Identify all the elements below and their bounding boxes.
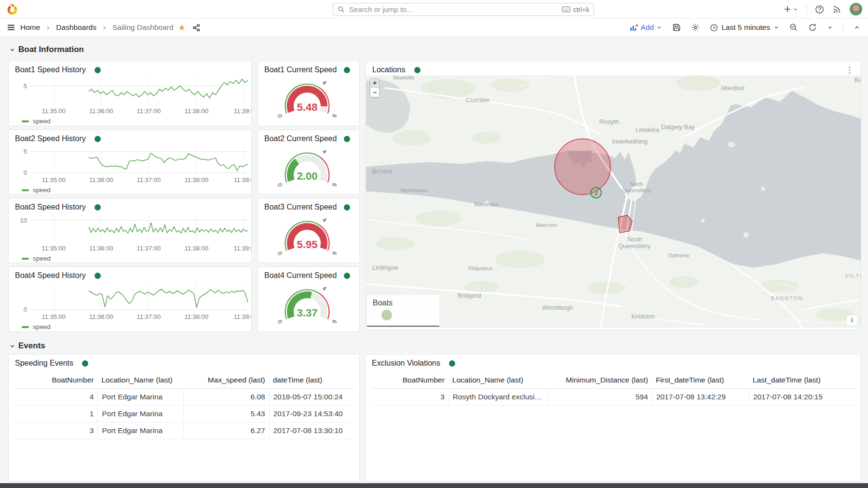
panel-title[interactable]: Boat1 Current Speed xyxy=(264,66,337,74)
clock-icon xyxy=(710,24,718,32)
svg-text:3.37: 3.37 xyxy=(297,307,318,319)
column-header[interactable]: Location_Name (last) xyxy=(448,372,548,389)
section-boat-information[interactable]: Boat Information xyxy=(10,45,84,54)
svg-text:4: 4 xyxy=(321,148,328,155)
time-series-chart[interactable]: 11:35:0011:36:0011:37:0011:38:0011:39:00 xyxy=(9,281,251,321)
zoom-out-time-icon[interactable] xyxy=(789,23,798,32)
section-events[interactable]: Events xyxy=(10,341,45,351)
save-dashboard-icon[interactable] xyxy=(672,23,681,32)
panel-title[interactable]: Exclusion Violations xyxy=(372,359,440,368)
time-series-chart[interactable]: 11:35:0011:36:0011:37:0011:38:0011:39:01… xyxy=(9,212,251,253)
map-attribution-button[interactable]: i xyxy=(847,315,857,326)
breadcrumb-dashboards[interactable]: Dashboards xyxy=(56,23,96,32)
map-zoom-in-button[interactable]: + xyxy=(370,79,379,88)
map-scale-bar xyxy=(367,326,439,327)
time-series-chart[interactable]: 11:35:0011:36:0011:37:0011:38:0011:39:05… xyxy=(9,144,251,185)
panel-title[interactable]: Boat4 Speed History xyxy=(15,271,86,280)
series-legend[interactable]: speed xyxy=(22,186,251,194)
svg-text:11:37:00: 11:37:00 xyxy=(137,313,161,320)
svg-text:11:39:0: 11:39:0 xyxy=(234,107,251,115)
refresh-interval-chevron[interactable] xyxy=(827,25,833,30)
breadcrumb-home[interactable]: Home xyxy=(20,23,40,32)
panel-title[interactable]: Locations xyxy=(372,66,406,74)
column-header[interactable]: BoatNumber xyxy=(14,372,97,389)
favorite-star-icon[interactable]: ★ xyxy=(178,23,186,33)
table-cell: 594 xyxy=(548,389,652,406)
panel-boat1-current-speed: Boat1 Current Speed 0465.48 xyxy=(258,61,360,126)
help-icon[interactable] xyxy=(815,5,824,14)
map-zoom-out-button[interactable]: − xyxy=(370,88,379,97)
refresh-icon[interactable] xyxy=(808,23,817,32)
map-layer-legend: Boats xyxy=(367,295,439,327)
search-input[interactable]: Search or jump to... ctrl+k xyxy=(333,3,594,16)
column-header[interactable]: Max_speed (last) xyxy=(183,372,269,389)
gauge-chart[interactable]: 0463.37 xyxy=(258,281,359,330)
dashboard-canvas: Boat Information Boat1 Speed History 11:… xyxy=(0,37,868,483)
column-header[interactable]: dateTime (last) xyxy=(269,372,354,389)
gauge-chart[interactable]: 0462.00 xyxy=(258,144,359,193)
svg-text:0: 0 xyxy=(276,319,284,324)
add-new-button[interactable] xyxy=(784,5,798,13)
time-range-picker[interactable]: Last 5 minutes xyxy=(710,23,779,32)
table-cell: 4 xyxy=(14,389,97,406)
health-dot xyxy=(344,204,350,211)
table-cell: 2017-07-08 14:20:15 xyxy=(749,389,855,406)
panel-title[interactable]: Boat3 Speed History xyxy=(15,203,86,211)
add-panel-button[interactable]: Add xyxy=(630,23,663,32)
table-cell: 6.27 xyxy=(183,422,269,439)
map-label: Bo'ness xyxy=(372,168,393,175)
share-icon[interactable] xyxy=(192,24,201,32)
table-cell: Rosyth Dockyard exclusion zo... xyxy=(448,389,548,406)
panel-title[interactable]: Boat2 Current Speed xyxy=(264,134,337,143)
exclusion-zone-circle[interactable] xyxy=(555,139,610,195)
map-canvas[interactable]: 3 NewmillsCrombieLimekilnsRosythInverkei… xyxy=(366,75,861,328)
svg-text:11:38:00: 11:38:00 xyxy=(185,245,209,252)
mega-menu-icon[interactable] xyxy=(7,23,15,32)
svg-text:11:37:00: 11:37:00 xyxy=(137,245,161,252)
panel-boat2-current-speed: Boat2 Current Speed 0462.00 xyxy=(258,130,360,195)
panel-title[interactable]: Boat2 Speed History xyxy=(15,134,86,143)
panel-menu-icon[interactable]: ⋮ xyxy=(844,66,854,74)
column-header[interactable]: Last_dateTime (last) xyxy=(749,372,855,389)
chevron-down-icon xyxy=(656,25,662,30)
chevron-right-icon xyxy=(101,25,108,31)
panel-locations-map: Locations⋮ xyxy=(366,61,861,330)
top-navbar: Search or jump to... ctrl+k xyxy=(0,0,868,18)
column-header[interactable]: Location_Name (last) xyxy=(97,372,183,389)
svg-text:6: 6 xyxy=(331,182,339,187)
panel-title[interactable]: Boat1 Speed History xyxy=(15,66,86,74)
collapse-toolbar-icon[interactable] xyxy=(854,24,860,31)
news-rss-icon[interactable] xyxy=(832,5,841,14)
boat-marker[interactable]: 3 xyxy=(591,187,601,198)
boat-marker-count: 3 xyxy=(595,190,598,197)
series-legend[interactable]: speed xyxy=(22,255,251,262)
table-cell: 2017-07-08 13:30:10 xyxy=(269,422,354,439)
series-color-bar xyxy=(22,189,29,191)
geomap[interactable]: 3 NewmillsCrombieLimekilnsRosythInverkei… xyxy=(366,75,861,328)
panel-title[interactable]: Speeding Events xyxy=(15,359,73,368)
column-header[interactable]: Minimum_Distance (last) xyxy=(548,372,652,389)
time-series-chart[interactable]: 11:35:0011:36:0011:37:0011:38:0011:39:05 xyxy=(9,75,251,116)
map-label: North xyxy=(630,181,643,187)
column-header[interactable]: First_dateTime (last) xyxy=(652,372,749,389)
time-range-label: Last 5 minutes xyxy=(721,23,770,32)
series-legend[interactable]: speed xyxy=(22,323,251,330)
chevron-down-icon xyxy=(773,25,779,30)
panel-boat3-speed-history: Boat3 Speed History 11:35:0011:36:0011:3… xyxy=(8,198,252,263)
series-color-bar xyxy=(22,120,29,122)
panel-title[interactable]: Boat4 Current Speed xyxy=(264,271,337,280)
user-avatar[interactable] xyxy=(850,3,862,15)
gauge-chart[interactable]: 0465.48 xyxy=(258,75,359,124)
svg-text:4: 4 xyxy=(321,79,328,86)
speeding-events-table: BoatNumberLocation_Name (last)Max_speed … xyxy=(14,372,354,439)
grafana-logo[interactable] xyxy=(6,3,18,15)
svg-text:11:39:0: 11:39:0 xyxy=(234,245,251,252)
health-dot xyxy=(344,273,350,279)
settings-gear-icon[interactable] xyxy=(691,23,700,32)
column-header[interactable]: BoatNumber xyxy=(371,372,448,389)
panel-title[interactable]: Boat3 Current Speed xyxy=(264,203,337,211)
health-dot xyxy=(344,136,350,142)
series-legend[interactable]: speed xyxy=(22,118,251,125)
gauge-chart[interactable]: 0465.95 xyxy=(258,212,359,262)
panel-boat2-speed-history: Boat2 Speed History 11:35:0011:36:0011:3… xyxy=(8,130,252,195)
